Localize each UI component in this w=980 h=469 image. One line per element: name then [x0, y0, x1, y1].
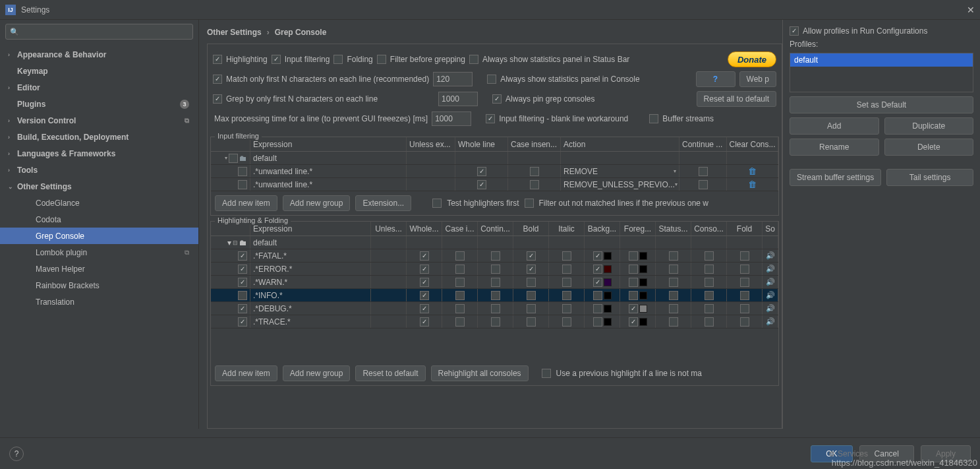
checkbox[interactable]: [740, 291, 749, 300]
row-expression[interactable]: .*unwanted line.*: [250, 178, 407, 191]
hcol-whole[interactable]: Whole...: [407, 222, 442, 235]
checkbox[interactable]: [705, 291, 714, 300]
folding-checkbox[interactable]: [333, 55, 343, 64]
case-insensitive-checkbox[interactable]: [530, 167, 539, 176]
row-enable-checkbox[interactable]: [238, 317, 247, 327]
chevron-down-icon[interactable]: ▾: [225, 155, 227, 161]
stats-bar-checkbox[interactable]: [469, 55, 478, 64]
set-default-button[interactable]: Set as Default: [790, 96, 973, 113]
col-action[interactable]: Action: [561, 137, 679, 151]
bg-swatch[interactable]: [604, 292, 612, 299]
highlighting-checkbox[interactable]: [213, 55, 222, 64]
checkbox[interactable]: [705, 278, 714, 287]
fg-checkbox[interactable]: [629, 291, 638, 300]
profiles-list[interactable]: default: [790, 53, 973, 92]
sidebar-item-version-control[interactable]: ›Version Control⧉: [0, 112, 198, 129]
action-dropdown[interactable]: REMOVE▾: [561, 165, 679, 177]
checkbox[interactable]: [527, 291, 536, 300]
checkbox[interactable]: [420, 265, 429, 274]
sidebar-item-keymap[interactable]: Keymap: [0, 63, 198, 79]
fg-swatch[interactable]: [639, 278, 647, 286]
sidebar-item-codota[interactable]: Codota: [0, 211, 198, 228]
stats-console-checkbox[interactable]: [487, 75, 496, 84]
checkbox[interactable]: [455, 304, 465, 313]
grep-first-n-input[interactable]: [438, 92, 478, 106]
checkbox[interactable]: [491, 265, 500, 274]
search-input[interactable]: [22, 27, 188, 36]
fg-checkbox[interactable]: [629, 265, 638, 274]
allow-profiles-checkbox[interactable]: [790, 26, 799, 36]
checkbox[interactable]: [491, 317, 500, 327]
checkbox[interactable]: [420, 251, 429, 261]
checkbox[interactable]: [455, 251, 465, 261]
hcol-fold[interactable]: Fold: [727, 222, 763, 235]
chevron-right-icon[interactable]: ›: [8, 117, 17, 124]
checkbox[interactable]: [669, 317, 678, 327]
checkbox[interactable]: [740, 278, 749, 287]
reset-default-button[interactable]: Reset to default: [355, 365, 425, 381]
table-row[interactable]: .*unwanted line.*REMOVE_UNLESS_PREVIO...…: [211, 178, 778, 191]
input-filtering-group-row[interactable]: ▾🖿 default: [211, 152, 778, 165]
col-continue[interactable]: Continue ...: [679, 137, 727, 151]
hcol-unless[interactable]: Unles...: [371, 222, 407, 235]
checkbox[interactable]: [669, 278, 678, 287]
max-processing-input[interactable]: [432, 111, 471, 126]
bg-checkbox[interactable]: [593, 291, 602, 300]
hcol-bg[interactable]: Backg...: [585, 222, 620, 235]
table-row[interactable]: .*TRACE.*🔊: [211, 315, 778, 328]
filter-before-checkbox[interactable]: [377, 55, 386, 64]
sidebar-item-rainbow-brackets[interactable]: Rainbow Brackets: [0, 277, 198, 294]
checkbox[interactable]: [527, 251, 536, 261]
add-group-button[interactable]: Add new group: [283, 365, 351, 381]
tail-settings-button[interactable]: Tail settings: [886, 169, 973, 186]
profile-item[interactable]: default: [790, 53, 973, 67]
sidebar-item-languages-frameworks[interactable]: ›Languages & Frameworks: [0, 145, 198, 162]
sidebar-item-editor[interactable]: ›Editor: [0, 79, 198, 96]
fg-swatch[interactable]: [639, 265, 647, 273]
sidebar-item-other-settings[interactable]: ⌄Other Settings: [0, 178, 198, 195]
row-expression[interactable]: .*TRACE.*: [250, 315, 371, 328]
row-enable-checkbox[interactable]: [238, 265, 247, 274]
blank-line-checkbox[interactable]: [486, 114, 495, 123]
checkbox[interactable]: [562, 278, 571, 287]
chevron-right-icon[interactable]: ›: [8, 51, 17, 58]
sound-icon[interactable]: 🔊: [766, 317, 775, 326]
fg-checkbox[interactable]: [629, 317, 638, 327]
checkbox[interactable]: [669, 265, 678, 274]
checkbox[interactable]: [705, 317, 714, 327]
fg-swatch[interactable]: [639, 292, 647, 299]
col-clear[interactable]: Clear Cons...: [727, 137, 778, 151]
highlighting-group-row[interactable]: ▾⊟🖿 default: [211, 236, 778, 249]
filter-out-checkbox[interactable]: [525, 199, 534, 208]
sidebar-item-plugins[interactable]: Plugins3: [0, 96, 198, 112]
checkbox[interactable]: [562, 251, 571, 261]
grep-first-n-checkbox[interactable]: [213, 94, 222, 104]
checkbox[interactable]: [491, 251, 500, 261]
hcol-italic[interactable]: Italic: [549, 222, 585, 235]
duplicate-profile-button[interactable]: Duplicate: [884, 117, 974, 135]
checkbox[interactable]: [562, 317, 571, 327]
checkbox[interactable]: [562, 304, 571, 313]
table-row[interactable]: .*INFO.*🔊: [211, 289, 778, 302]
use-prev-checkbox[interactable]: [542, 369, 551, 378]
bg-checkbox[interactable]: [593, 265, 602, 274]
row-expression[interactable]: .*WARN.*: [250, 276, 371, 288]
checkbox[interactable]: [669, 304, 678, 313]
always-pin-checkbox[interactable]: [492, 94, 502, 104]
add-profile-button[interactable]: Add: [790, 117, 879, 135]
hcol-case[interactable]: Case i...: [442, 222, 478, 235]
table-row[interactable]: .*ERROR.*🔊: [211, 263, 778, 276]
add-item-button[interactable]: Add new item: [215, 365, 277, 381]
chevron-right-icon[interactable]: ›: [8, 167, 17, 173]
checkbox[interactable]: [420, 317, 429, 327]
checkbox[interactable]: [527, 265, 536, 274]
bg-checkbox[interactable]: [593, 304, 602, 313]
hcol-console[interactable]: Conso...: [691, 222, 727, 235]
bg-swatch[interactable]: [604, 318, 612, 326]
chevron-down-icon[interactable]: ⌄: [8, 183, 17, 190]
sidebar-item-translation[interactable]: Translation: [0, 294, 198, 310]
delete-profile-button[interactable]: Delete: [884, 139, 974, 156]
buffer-streams-checkbox[interactable]: [649, 114, 658, 123]
add-group-button[interactable]: Add new group: [283, 195, 351, 211]
fg-swatch[interactable]: [639, 252, 647, 260]
